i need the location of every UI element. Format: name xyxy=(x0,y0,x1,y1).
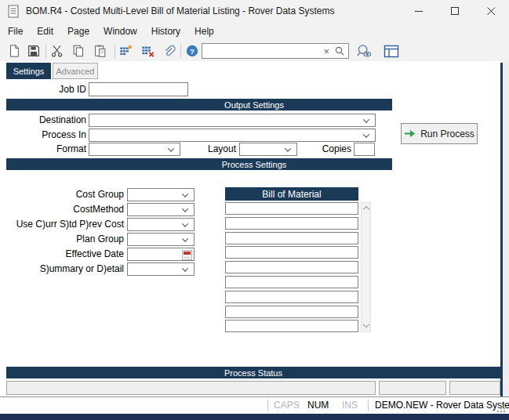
cost-group-label: Cost Group xyxy=(0,188,124,201)
session-label: DEMO.NEW - Rover Data Systems xyxy=(375,397,509,414)
process-settings-header: Process Settings xyxy=(6,158,392,170)
insert-indicator: INS xyxy=(342,397,358,414)
job-id-label: Job ID xyxy=(0,82,86,96)
bom-row-input[interactable] xyxy=(225,246,358,259)
copies-label: Copies xyxy=(298,143,351,156)
run-arrow-icon xyxy=(404,129,416,138)
status-bar: CAPS NUM INS DEMO.NEW - Rover Data Syste… xyxy=(0,396,509,414)
chevron-down-icon xyxy=(182,220,188,226)
table-layout-icon[interactable] xyxy=(382,43,401,59)
num-lock-indicator: NUM xyxy=(307,397,329,414)
effective-date-input[interactable] xyxy=(129,249,180,259)
menu-window[interactable]: Window xyxy=(96,22,144,41)
bom-row-input[interactable] xyxy=(225,291,358,303)
process-settings-title: Process Settings xyxy=(6,158,502,170)
window-bottom-border xyxy=(0,414,509,420)
bom-row-input[interactable] xyxy=(225,232,358,244)
chevron-down-icon xyxy=(182,265,188,271)
output-settings-title: Output Settings xyxy=(6,99,502,110)
menu-edit[interactable]: Edit xyxy=(30,22,60,41)
panel-right-border xyxy=(500,63,503,414)
bom-title: Bill of Material xyxy=(225,187,358,201)
summary-detail-label: S)ummary or D)etail xyxy=(0,262,124,276)
clear-search-icon[interactable]: × xyxy=(323,45,329,58)
copies-input[interactable] xyxy=(354,143,375,156)
process-in-label: Process In xyxy=(0,129,86,142)
cut-icon[interactable] xyxy=(49,43,65,59)
calendar-icon[interactable] xyxy=(182,250,192,260)
use-cost-label: Use C)urr S)td P)rev Cost xyxy=(0,218,124,231)
status-count-box xyxy=(379,381,446,395)
menu-help[interactable]: Help xyxy=(187,22,221,41)
status-message-box xyxy=(6,381,376,395)
destination-label: Destination xyxy=(0,114,86,127)
output-settings-header: Output Settings xyxy=(6,99,392,110)
layout-label: Layout xyxy=(183,143,236,156)
chevron-down-icon xyxy=(182,205,188,212)
attachment-icon[interactable] xyxy=(161,43,176,59)
process-in-select[interactable] xyxy=(89,129,376,142)
effective-date-field xyxy=(127,248,195,261)
delete-record-icon[interactable] xyxy=(140,43,155,59)
chevron-down-icon xyxy=(182,190,188,197)
cost-method-label: CostMethod xyxy=(0,203,124,216)
paste-icon[interactable] xyxy=(93,43,108,59)
bom-row-input[interactable] xyxy=(225,306,358,318)
bom-header: Bill of Material xyxy=(225,187,358,201)
new-document-icon[interactable] xyxy=(6,43,22,59)
window-title: BOM.R4 - Costed Multi-Level Bill of Mate… xyxy=(26,0,334,22)
chevron-down-icon xyxy=(285,145,291,151)
copy-icon[interactable] xyxy=(71,43,86,59)
search-icon[interactable] xyxy=(334,45,345,60)
menu-bar: File Edit Page Window History Help xyxy=(0,22,509,41)
maximize-button[interactable] xyxy=(437,0,473,22)
close-button[interactable] xyxy=(473,0,509,22)
destination-select[interactable] xyxy=(89,114,376,127)
cost-method-select[interactable] xyxy=(127,203,195,216)
effective-date-label: Effective Date xyxy=(0,248,124,261)
scroll-down-icon[interactable] xyxy=(363,321,369,328)
resize-grip-icon[interactable] xyxy=(497,404,505,412)
format-select[interactable] xyxy=(89,143,180,156)
save-icon[interactable] xyxy=(26,43,42,59)
chevron-down-icon xyxy=(182,235,188,241)
menu-file[interactable]: File xyxy=(1,22,30,41)
scroll-up-icon[interactable] xyxy=(363,206,369,212)
format-label: Format xyxy=(0,143,86,156)
bom-scrollbar[interactable] xyxy=(361,202,371,332)
search-input[interactable] xyxy=(204,44,326,58)
find-record-icon[interactable] xyxy=(354,43,373,59)
run-process-label: Run Process xyxy=(420,129,474,139)
process-status-header: Process Status xyxy=(6,367,500,378)
use-cost-select[interactable] xyxy=(127,218,195,231)
bom-row-input[interactable] xyxy=(225,202,358,215)
app-icon xyxy=(8,5,19,18)
toolbar: ? × xyxy=(0,41,509,61)
run-process-button[interactable]: Run Process xyxy=(401,123,478,144)
tab-settings[interactable]: Settings xyxy=(6,63,51,79)
tab-advanced[interactable]: Advanced xyxy=(53,63,98,79)
chevron-down-icon xyxy=(363,116,369,122)
title-bar: BOM.R4 - Costed Multi-Level Bill of Mate… xyxy=(0,0,509,22)
chevron-down-icon xyxy=(363,131,369,137)
bom-row-input[interactable] xyxy=(225,217,358,230)
menu-page[interactable]: Page xyxy=(60,22,96,41)
bom-row-input[interactable] xyxy=(225,261,358,273)
status-time-box xyxy=(449,381,500,395)
help-icon[interactable]: ? xyxy=(184,43,200,59)
bom-row-input[interactable] xyxy=(225,276,358,288)
menu-history[interactable]: History xyxy=(144,22,187,41)
window-edge xyxy=(503,61,509,396)
minimize-button[interactable] xyxy=(401,0,437,22)
layout-select[interactable] xyxy=(239,143,297,156)
caps-lock-indicator: CAPS xyxy=(274,397,300,414)
job-id-input[interactable] xyxy=(89,82,188,96)
bom-row-input[interactable] xyxy=(225,320,358,332)
cost-group-select[interactable] xyxy=(127,188,195,201)
summary-detail-select[interactable] xyxy=(127,262,195,276)
process-status-title: Process Status xyxy=(6,367,500,378)
chevron-down-icon xyxy=(168,145,174,151)
plan-group-select[interactable] xyxy=(127,233,195,246)
add-record-icon[interactable] xyxy=(118,43,133,59)
svg-text:?: ? xyxy=(190,47,195,56)
